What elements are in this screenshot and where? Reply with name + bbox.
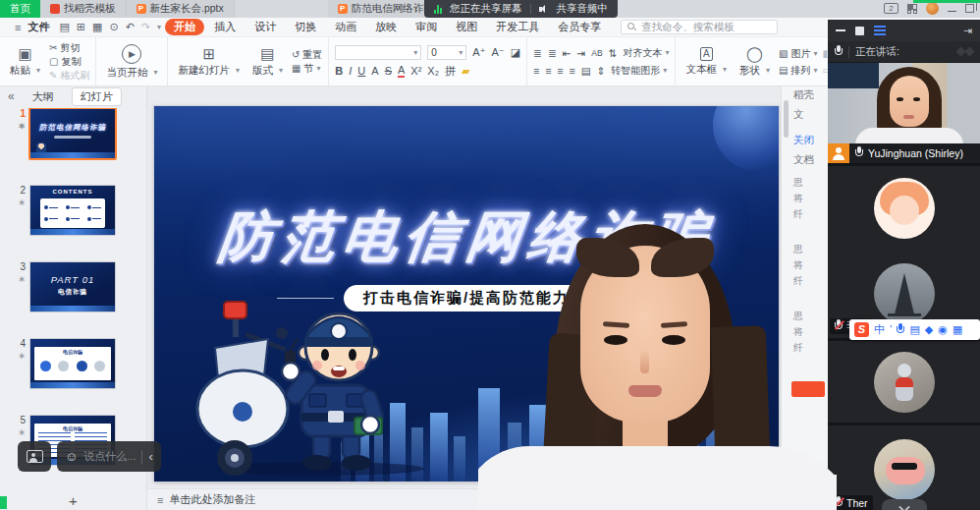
collapse-panel-icon[interactable]: « xyxy=(8,89,15,103)
sort-button[interactable]: ⇅ xyxy=(609,47,618,59)
superscript-button[interactable]: X² xyxy=(410,65,421,77)
layout-button[interactable]: ▤ 版式▾ xyxy=(248,46,287,78)
menu-tab-home[interactable]: 开始 xyxy=(165,19,204,35)
ime-voice-icon[interactable] xyxy=(897,321,904,339)
collapse-participants-button[interactable] xyxy=(882,499,927,510)
play-from-current-button[interactable]: ▶ 当页开始▾ xyxy=(102,44,161,80)
close-link[interactable]: 关闭 xyxy=(793,134,814,147)
tab-docer-templates[interactable]: 找稻壳模板 xyxy=(40,0,127,18)
highlight-button[interactable]: ▰ xyxy=(462,65,469,78)
participant-4-tile[interactable] xyxy=(828,338,980,423)
font-name-combo[interactable]: ▾ xyxy=(335,45,421,60)
new-slide-button[interactable]: ⊞ 新建幻灯片▾ xyxy=(174,46,244,78)
menu-tab-view[interactable]: 视图 xyxy=(447,19,486,35)
reset-button[interactable]: ↺重置 xyxy=(292,48,322,61)
slide-thumb-3[interactable]: 3∗ PART 01 电信诈骗 xyxy=(0,261,146,312)
export-icon[interactable]: ⊞ xyxy=(74,21,88,33)
tab-outline[interactable]: 大纲 xyxy=(25,88,62,105)
menu-tab-design[interactable]: 设计 xyxy=(245,19,285,35)
share-screen-widget-button[interactable] xyxy=(18,441,51,472)
pinyin-guide-button[interactable]: 拼 xyxy=(445,64,456,79)
format-painter-button[interactable]: ✎格式刷 xyxy=(49,69,89,82)
increase-indent-button[interactable]: ⇥ xyxy=(577,47,586,59)
ime-toolbox-icon[interactable]: ◉ xyxy=(938,319,948,340)
current-slide-canvas[interactable]: 防范电信网络诈骗 打击电信诈骗/提高防范能力 xyxy=(154,106,779,482)
tab-document-1[interactable]: P新生家长会.pptx xyxy=(127,0,235,18)
print-icon[interactable]: ▦ xyxy=(89,21,105,33)
app-grid-icon[interactable] xyxy=(907,4,917,14)
ime-language-icon[interactable]: 中 xyxy=(874,319,885,340)
redo-icon[interactable]: ↷ xyxy=(138,21,153,33)
align-text-button[interactable]: 对齐文本▾ xyxy=(623,46,669,59)
tab-slides[interactable]: 幻灯片 xyxy=(72,87,122,106)
sogou-logo-icon[interactable]: S xyxy=(854,322,869,337)
undo-icon[interactable]: ↶ xyxy=(123,21,137,33)
underline-button[interactable]: U xyxy=(357,65,365,77)
taskpane-card[interactable]: 思将纤 xyxy=(793,175,803,222)
menu-tab-review[interactable]: 审阅 xyxy=(407,19,446,35)
thumbnail-2[interactable]: CONTENTS xyxy=(29,185,116,236)
participant-2-tile[interactable] xyxy=(828,163,980,250)
meeting-collapse-panel-icon[interactable]: ⇥ xyxy=(963,25,972,37)
text-direction-button[interactable]: AB xyxy=(591,48,602,58)
decrease-indent-button[interactable]: ⇤ xyxy=(563,47,572,59)
slide-title[interactable]: 防范电信网络诈骗 xyxy=(154,200,779,275)
doc-switch-icon[interactable]: 2 xyxy=(884,3,898,14)
to-smartart-button[interactable]: 转智能图形▾ xyxy=(611,64,667,77)
participant-5-tile[interactable]: Ther xyxy=(828,423,980,510)
char-border-button[interactable]: A xyxy=(371,65,378,77)
emoji-icon[interactable]: ☺ xyxy=(65,449,78,464)
copy-button[interactable]: ▢复制 xyxy=(49,55,89,68)
quickbar-more-icon[interactable]: ▾ xyxy=(154,23,164,31)
menu-tab-insert[interactable]: 插入 xyxy=(205,19,245,35)
menu-tab-transition[interactable]: 切换 xyxy=(286,19,325,35)
bullet-list-button[interactable]: ≣ xyxy=(533,47,542,59)
chat-collapse-icon[interactable]: ‹ xyxy=(148,452,152,462)
restore-window-icon[interactable] xyxy=(965,4,974,13)
align-right-button[interactable]: ≡ xyxy=(557,65,563,77)
ime-skin-icon[interactable]: ◆ xyxy=(925,319,933,340)
slide-thumb-4[interactable]: 4∗ 电信诈骗 xyxy=(0,338,146,389)
align-center-button[interactable]: ≡ xyxy=(545,65,551,77)
section-button[interactable]: ▦节▾ xyxy=(292,62,322,75)
strikethrough-button[interactable]: S xyxy=(385,65,392,77)
meeting-minimize-icon[interactable] xyxy=(836,29,845,31)
account-avatar[interactable] xyxy=(926,2,939,15)
font-color-button[interactable]: A xyxy=(398,64,405,78)
tab-home[interactable]: 首页 xyxy=(0,0,40,18)
increase-font-button[interactable]: A⁺ xyxy=(472,46,485,59)
picture-button[interactable]: ▧图片▾ xyxy=(779,47,817,60)
ime-keyboard-icon[interactable]: ▤ xyxy=(909,319,919,340)
slide-thumb-1[interactable]: 1∗ 防范电信网络诈骗 xyxy=(0,108,146,159)
slide-thumb-2[interactable]: 2∗ CONTENTS xyxy=(0,185,146,236)
preview-icon[interactable]: ⊙ xyxy=(106,21,121,33)
save-icon[interactable]: ▤ xyxy=(56,21,72,33)
scrollbar-thumb[interactable] xyxy=(784,100,789,138)
font-size-combo[interactable]: 0▾ xyxy=(427,45,466,60)
menu-tab-member[interactable]: 会员专享 xyxy=(549,19,610,35)
cut-button[interactable]: ✂剪切 xyxy=(49,41,89,54)
clear-format-button[interactable]: ◪ xyxy=(511,46,520,59)
distribute-button[interactable]: ▤ xyxy=(581,65,591,77)
subscript-button[interactable]: X₂ xyxy=(427,65,439,77)
numbered-list-button[interactable]: ≣ xyxy=(548,47,557,59)
justify-button[interactable]: ≡ xyxy=(569,65,574,77)
decrease-font-button[interactable]: A⁻ xyxy=(492,46,505,59)
bold-button[interactable]: B xyxy=(335,65,343,77)
textbox-button[interactable]: A 文本框▾ xyxy=(681,47,731,77)
italic-button[interactable]: I xyxy=(349,65,352,77)
meeting-maximize-icon[interactable] xyxy=(855,27,864,35)
shapes-button[interactable]: ◯ 形状▾ xyxy=(735,46,774,78)
line-spacing-button[interactable]: ⇕ xyxy=(597,65,606,77)
taskpane-card[interactable]: 思将纤 xyxy=(793,309,803,356)
participant-video-tile[interactable] xyxy=(828,63,980,143)
meeting-list-view-icon[interactable] xyxy=(874,26,886,28)
add-slide-button[interactable]: + xyxy=(0,490,146,510)
menu-tab-slideshow[interactable]: 放映 xyxy=(366,19,406,35)
minimize-icon[interactable] xyxy=(948,11,956,12)
ime-more-icon[interactable]: ▦ xyxy=(953,319,962,340)
chat-placeholder[interactable]: 说点什么... xyxy=(83,449,136,464)
command-search-box[interactable]: 查找命令、搜索模板 xyxy=(621,20,778,34)
taskpane-orange-button[interactable] xyxy=(791,381,825,397)
chat-input-bar[interactable]: ☺ 说点什么... ‹ xyxy=(57,441,161,472)
